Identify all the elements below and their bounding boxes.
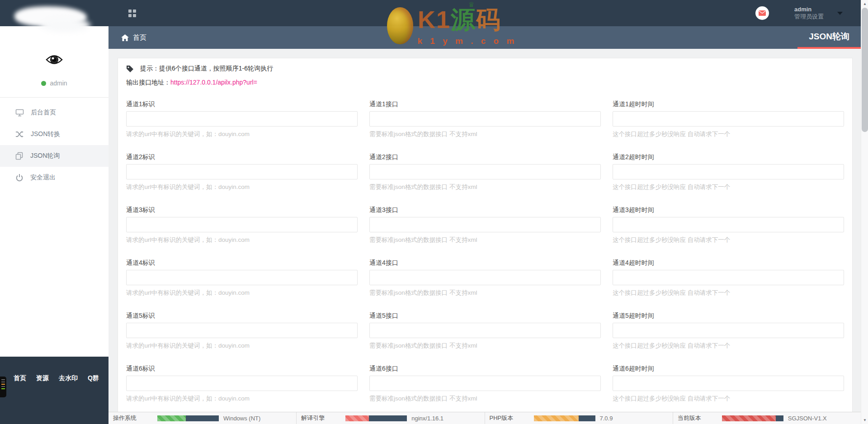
eye-icon [46,53,63,66]
user-name: admin [794,6,824,13]
chevron-down-icon[interactable] [837,12,843,15]
field-label: 通道2标识 [126,153,358,161]
channel-3-ident-input[interactable] [126,217,358,232]
field-help: 这个接口超过多少秒没响应 自动请求下一个 [613,183,844,191]
channel-4-timeout-input[interactable] [613,270,844,285]
sidebar-item-json-convert[interactable]: JSON转换 [0,123,108,145]
sidebar-item-json-poll[interactable]: JSON轮询 [0,145,108,167]
online-status-dot [41,81,46,86]
channel-1-api-field: 通道1接口需要标准json格式的数据接口 不支持xml [369,100,601,138]
sidebar-logo-area [0,0,108,26]
field-label: 通道4标识 [126,259,358,267]
top-navbar: admin 管理员设置 [108,0,861,26]
scrollbar-up-arrow[interactable]: ▲ [861,2,868,6]
field-label: 通道1超时时间 [613,100,844,108]
status-php: PHP版本 7.0.9 [485,412,673,424]
field-help: 这个接口超过多少秒没响应 自动请求下一个 [613,289,844,297]
tab-label: JSON轮询 [809,31,849,42]
status-label: 当前版本 [678,414,722,422]
footer-link-qq-group[interactable]: Q群 [88,374,99,382]
tip-text: 提示：提供6个接口通道，按照顺序1-6轮询执行 [140,65,273,73]
field-help: 请求的url中有标识的关键词，如：douyin.com [126,130,358,138]
sidebar-item-label: 安全退出 [30,174,56,182]
user-role: 管理员设置 [794,13,824,20]
field-help: 请求的url中有标识的关键词，如：douyin.com [126,342,358,350]
main-content: 提示：提供6个接口通道，按照顺序1-6轮询执行 输出接口地址：https://1… [108,49,861,412]
footer-link-home[interactable]: 首页 [14,374,26,382]
field-help: 这个接口超过多少秒没响应 自动请求下一个 [613,395,844,403]
page-scrollbar[interactable]: ▲ ▼ [861,0,868,424]
status-value: SGJSON-V1.X [788,415,827,422]
field-help: 需要标准json格式的数据接口 不支持xml [369,342,601,350]
channel-4-ident-input[interactable] [126,270,358,285]
channel-4-ident-field: 通道4标识请求的url中有标识的关键词，如：douyin.com [126,259,358,297]
sidebar: admin 后台首页 JSON转换 [0,0,108,424]
channels-form: 通道1标识请求的url中有标识的关键词，如：douyin.com通道1接口需要标… [126,100,844,412]
channel-3-timeout-input[interactable] [613,217,844,232]
channel-1-api-input[interactable] [369,111,601,127]
channel-6-timeout-field: 通道6超时时间这个接口超过多少秒没响应 自动请求下一个 [613,365,844,403]
field-label: 通道5超时时间 [613,312,844,320]
channel-2-ident-input[interactable] [126,164,358,179]
monitor-icon [15,109,24,117]
channel-3-api-input[interactable] [369,217,601,232]
message-button[interactable] [755,6,769,20]
output-url-link[interactable]: https://127.0.0.1/apilx.php?url= [170,79,257,86]
field-help: 这个接口超过多少秒没响应 自动请求下一个 [613,130,844,138]
channel-5-api-field: 通道5接口需要标准json格式的数据接口 不支持xml [369,312,601,350]
channel-1-ident-input[interactable] [126,111,358,127]
home-icon [121,34,129,41]
shuffle-icon [15,131,24,138]
field-help: 需要标准json格式的数据接口 不支持xml [369,130,601,138]
field-label: 通道6标识 [126,365,358,373]
channel-1-timeout-input[interactable] [613,111,844,127]
channel-3-timeout-field: 通道3超时时间这个接口超过多少秒没响应 自动请求下一个 [613,206,844,244]
status-label: 操作系统 [113,414,157,422]
sidebar-item-dashboard[interactable]: 后台首页 [0,102,108,123]
sidebar-footer: 首页 资源 去水印 Q群 [0,357,108,424]
channel-2-timeout-input[interactable] [613,164,844,179]
field-help: 请求的url中有标识的关键词，如：douyin.com [126,183,358,191]
channel-6-timeout-input[interactable] [613,376,844,391]
breadcrumb-bar: 首页 JSON轮询 [108,26,861,49]
status-value: nginx/1.16.1 [411,415,443,422]
debug-toolbar-widget[interactable] [0,377,6,397]
channel-6-api-input[interactable] [369,376,601,391]
breadcrumb-home-label: 首页 [133,33,146,42]
tab-json-poll[interactable]: JSON轮询 [797,26,861,49]
field-label: 通道5接口 [369,312,601,320]
channel-2-api-input[interactable] [369,164,601,179]
status-value: 7.0.9 [600,415,613,422]
footer-link-resources[interactable]: 资源 [36,374,49,382]
sidebar-item-label: 后台首页 [31,108,56,117]
channel-5-timeout-input[interactable] [613,323,844,338]
user-menu[interactable]: admin 管理员设置 [794,6,824,21]
channel-5-ident-input[interactable] [126,323,358,338]
field-help: 请求的url中有标识的关键词，如：douyin.com [126,289,358,297]
apps-grid-icon[interactable] [128,9,136,17]
field-help: 需要标准json格式的数据接口 不支持xml [369,289,601,297]
field-label: 通道3超时时间 [613,206,844,214]
avatar [46,53,63,68]
channel-5-api-input[interactable] [369,323,601,338]
breadcrumb[interactable]: 首页 [121,26,146,49]
scrollbar-down-arrow[interactable]: ▼ [861,418,868,422]
footer-link-remove-watermark[interactable]: 去水印 [59,374,78,382]
channel-4-api-input[interactable] [369,270,601,285]
status-label: PHP版本 [490,414,534,422]
sidebar-item-logout[interactable]: 安全退出 [0,167,108,188]
navbar-right-cluster: admin 管理员设置 [755,0,843,26]
field-help: 需要标准json格式的数据接口 不支持xml [369,183,601,191]
sidebar-username: admin [50,80,67,87]
output-label: 输出接口地址： [126,79,170,86]
copy-icon [15,152,24,160]
channel-6-ident-input[interactable] [126,376,358,391]
channel-3-ident-field: 通道3标识请求的url中有标识的关键词，如：douyin.com [126,206,358,244]
output-row: 输出接口地址：https://127.0.0.1/apilx.php?url= [126,79,844,87]
form-card: 提示：提供6个接口通道，按照顺序1-6轮询执行 输出接口地址：https://1… [118,58,853,412]
scrollbar-thumb[interactable] [862,8,868,132]
field-help: 需要标准json格式的数据接口 不支持xml [369,236,601,244]
status-os: 操作系统 Windows (NT) [108,412,297,424]
sidebar-item-label: JSON轮询 [30,152,60,160]
status-version: 当前版本 SGJSON-V1.X [673,412,861,424]
